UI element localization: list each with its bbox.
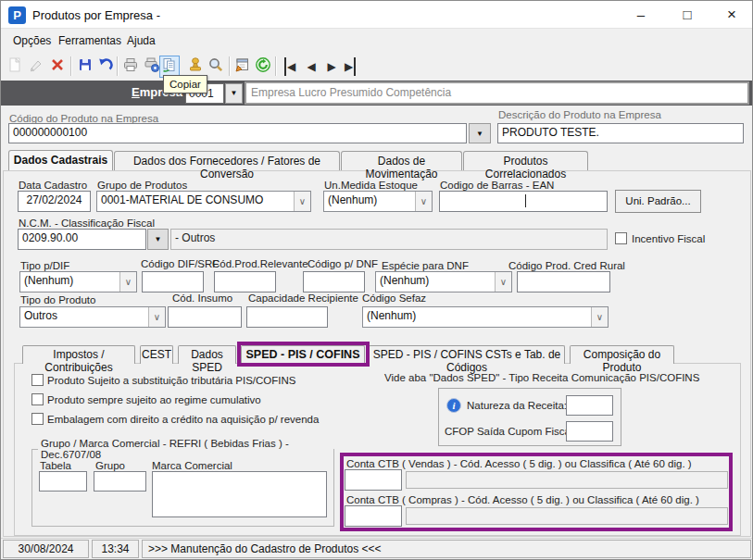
tipo-dif-select[interactable]: (Nenhum) ∨ <box>19 271 137 292</box>
chevron-down-icon: ∨ <box>148 307 165 327</box>
grupo-marca-legend: Grupo / Marca Comercial - REFRI ( Bebida… <box>38 438 333 460</box>
tipo-produto-select[interactable]: Outros ∨ <box>19 306 166 328</box>
incentivo-fiscal-checkbox[interactable] <box>615 232 627 244</box>
data-cadastro-label: Data Cadastro <box>19 180 87 191</box>
regime-cumulativo-label: Produto sempre sujeito ao regime cumulat… <box>47 394 261 405</box>
stamp-icon <box>187 56 204 77</box>
nav-next-button[interactable]: ▶ <box>321 56 342 78</box>
marca-comercial-input[interactable] <box>152 471 327 517</box>
tab-sped-csts[interactable]: SPED - PIS / COFINS CSTs e Tab. de Códig… <box>369 345 565 364</box>
refresh-button[interactable] <box>253 56 273 78</box>
conta-compras-label: Conta CTB ( Compras ) - Cód. Acesso ( 5 … <box>346 494 699 505</box>
maximize-button[interactable]: □ <box>666 1 709 29</box>
properties-button[interactable] <box>232 56 253 78</box>
chevron-down-icon: ∨ <box>415 192 432 211</box>
embalagem-credito-checkbox[interactable] <box>31 413 44 425</box>
search-icon <box>207 56 224 77</box>
cod-prod-relevante-input[interactable] <box>214 271 276 292</box>
grupo-produtos-select[interactable]: 0001-MATERIAL DE CONSUMO ∨ <box>96 191 311 212</box>
capacidade-input[interactable] <box>246 306 328 328</box>
cfop-input[interactable] <box>566 421 613 442</box>
menu-ajuda[interactable]: Ajuda <box>127 34 156 47</box>
conta-vendas-label: Conta CTB ( Vendas ) - Cód. Acesso ( 5 d… <box>346 458 692 469</box>
chevron-down-icon: ∨ <box>495 272 511 292</box>
tab-movimentacao[interactable]: Dados de Movimentação <box>341 151 462 170</box>
properties-icon <box>234 56 251 77</box>
toolbar-separator <box>229 56 231 76</box>
nav-first-button[interactable]: ◀ <box>280 56 300 78</box>
text-caret <box>525 194 526 207</box>
embalagem-credito-label: Embalagem com direito a crédito na aquis… <box>47 414 319 425</box>
vide-aba-text: Vide aba "Dados SPED" - Tipo Receita Com… <box>384 372 699 383</box>
product-desc-label: Descrição do Produto na Empresa <box>498 109 661 120</box>
especie-dnf-label: Espécie para DNF <box>382 260 469 271</box>
subst-tributaria-label: Produto Sujeito a substituição tributári… <box>47 375 295 386</box>
tab-correlacionados[interactable]: Produtos Correlacionados <box>463 151 588 170</box>
grupo-input[interactable] <box>94 471 146 492</box>
tab-dados-sped[interactable]: Dados SPED <box>178 345 236 364</box>
tab-dados-cadastrais[interactable]: Dados Cadastrais <box>8 150 113 170</box>
dropdown-arrow-icon: ▼ <box>231 89 238 97</box>
cod-insumo-input[interactable] <box>168 306 242 328</box>
product-desc-input[interactable]: PRODUTO TESTE. <box>497 123 744 143</box>
app-window: P Produtos por Empresa - – □ × Opções Fe… <box>0 0 753 560</box>
toolbar-separator <box>70 56 72 76</box>
delete-button[interactable] <box>47 56 68 78</box>
grupo-label: Grupo <box>95 460 125 471</box>
natureza-receita-input[interactable] <box>566 395 613 416</box>
tab-fornecedores[interactable]: Dados dos Fornecedores / Fatores de Conv… <box>114 151 340 170</box>
menu-opcoes[interactable]: Opções <box>13 34 51 47</box>
menu-ferramentas[interactable]: Ferramentas <box>58 34 121 47</box>
undo-button[interactable] <box>95 56 116 78</box>
product-code-dropdown-button[interactable]: ▼ <box>469 123 491 143</box>
data-cadastro-input[interactable]: 27/02/2024 <box>18 191 91 212</box>
cred-rural-input[interactable] <box>517 271 610 292</box>
especie-dnf-select[interactable]: (Nenhum) ∨ <box>375 271 512 292</box>
save-button[interactable] <box>75 56 95 78</box>
cod-dnf-label: Código p/ DNF <box>307 258 378 269</box>
close-button[interactable]: × <box>710 1 753 29</box>
ncm-input[interactable]: 0209.90.00 <box>18 229 146 250</box>
uni-padrao-button[interactable]: Uni. Padrão... <box>615 190 701 213</box>
nav-last-button[interactable]: ▶ <box>340 56 360 78</box>
tab-cest[interactable]: CEST <box>140 345 173 364</box>
tabela-input[interactable] <box>39 471 87 492</box>
ean-label: Codigo de Barras - EAN <box>440 180 554 191</box>
tab-composicao[interactable]: Composição do Produto <box>570 345 674 364</box>
tab-sped-pis-cofins[interactable]: SPED - PIS / COFINS <box>241 345 365 364</box>
cod-dnf-input[interactable] <box>303 271 365 292</box>
info-icon: i <box>446 398 461 413</box>
dropdown-arrow-icon: ▼ <box>476 130 483 138</box>
tab-impostos[interactable]: Impostos / Contribuições <box>22 345 135 364</box>
printer-icon <box>122 56 139 77</box>
tabela-label: Tabela <box>40 460 71 471</box>
sefaz-select[interactable]: (Nenhum) ∨ <box>362 306 609 328</box>
subst-tributaria-checkbox[interactable] <box>31 374 44 386</box>
ncm-label: N.C.M. - Classificação Fiscal <box>19 218 155 229</box>
new-icon <box>6 56 23 77</box>
conta-vendas-code-input[interactable] <box>345 469 402 491</box>
un-medida-select[interactable]: (Nenhum) ∨ <box>323 191 433 212</box>
cod-prod-relevante-label: Cód.Prod.Relevante <box>212 258 308 269</box>
tipo-dif-label: Tipo p/DIF <box>20 260 69 271</box>
regime-cumulativo-checkbox[interactable] <box>31 393 44 405</box>
new-button[interactable] <box>5 56 25 78</box>
delete-x-icon <box>49 56 66 77</box>
printer-gear-icon <box>144 56 160 77</box>
print-button[interactable] <box>120 56 141 78</box>
cred-rural-label: Código Prod. Cred Rural <box>508 260 625 271</box>
empresa-name-field[interactable]: Empresa Lucro Presumido Competência <box>245 81 749 105</box>
cod-insumo-label: Cód. Insumo <box>172 292 232 304</box>
cod-dif-input[interactable] <box>142 271 204 292</box>
product-code-input[interactable]: 000000000100 <box>8 123 467 143</box>
conta-compras-code-input[interactable] <box>345 505 402 527</box>
search-button[interactable] <box>206 56 226 78</box>
empresa-dropdown-button[interactable]: ▼ <box>225 83 243 104</box>
nav-prev-button[interactable]: ◀ <box>301 56 321 78</box>
ean-input[interactable] <box>439 191 608 212</box>
minimize-button[interactable]: – <box>620 1 662 29</box>
incentivo-fiscal-label: Incentivo Fiscal <box>632 233 705 244</box>
status-message: >>> Manutenção do Cadastro de Produtos <… <box>142 540 751 558</box>
edit-button[interactable] <box>26 56 46 78</box>
ncm-dropdown-button[interactable]: ▼ <box>147 229 169 250</box>
